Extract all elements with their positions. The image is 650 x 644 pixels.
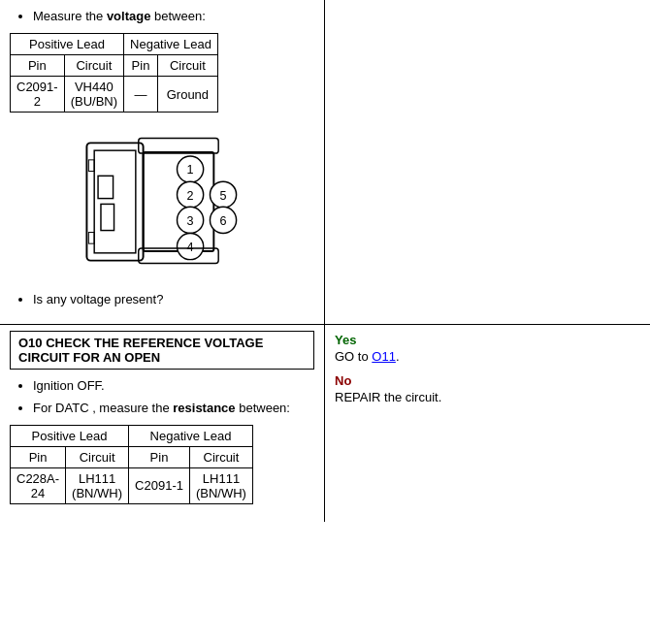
svg-rect-0 [86,144,143,261]
pos-lead-header-2: Positive Lead [11,425,129,446]
instruction-datc: For DATC , measure the resistance betwee… [33,400,314,417]
svg-text:5: 5 [220,189,227,203]
bottom-pos-pin: C228A-24 [11,467,66,503]
voltage-instruction: Measure the voltage between: [33,8,314,25]
instruction-ignition: Ignition OFF. [33,377,314,395]
no-block: No REPAIR the circuit. [335,373,640,404]
pin-col-b2: Pin [129,446,190,467]
svg-text:6: 6 [220,214,227,228]
svg-text:2: 2 [187,189,194,203]
yes-block: Yes GO to O11. [335,333,640,364]
bottom-left-panel: O10 CHECK THE REFERENCE VOLTAGE CIRCUIT … [0,324,325,521]
pin-col-header-1: Pin [11,55,65,77]
bottom-neg-circuit: LH111(BN/WH) [189,467,252,503]
no-response: REPAIR the circuit. [335,390,640,404]
bottom-right-panel: Yes GO to O11. No REPAIR the circuit. [325,324,650,521]
bottom-instructions: Ignition OFF. For DATC , measure the res… [10,377,314,416]
bottom-pos-circuit: LH111(BN/WH) [66,467,129,503]
neg-pin-1: — [124,77,158,113]
svg-rect-3 [88,233,94,244]
pin-col-b1: Pin [11,446,66,467]
connector-svg: 1 2 3 4 5 6 [75,124,249,279]
pin-col-header-2: Pin [124,55,158,77]
pos-circuit-1: VH440(BU/BN) [64,77,123,113]
svg-text:3: 3 [187,214,194,228]
o11-link[interactable]: O11 [372,349,396,364]
circuit-col-header-1: Circuit [64,55,123,77]
svg-rect-1 [94,150,136,253]
top-section: Measure the voltage between: Positive Le… [0,0,650,324]
svg-text:4: 4 [187,241,194,254]
svg-rect-19 [139,139,218,154]
top-right-panel [325,0,650,324]
voltage-table: Positive Lead Negative Lead Pin Circuit … [10,33,218,113]
voltage-question-text: Is any voltage present? [33,291,314,308]
svg-rect-5 [101,205,114,231]
circuit-col-b1: Circuit [66,446,129,467]
top-left-panel: Measure the voltage between: Positive Le… [0,0,325,324]
circuit-col-header-2: Circuit [157,55,217,77]
bottom-neg-pin: C2091-1 [129,467,190,503]
voltage-question: Is any voltage present? [10,291,314,308]
circuit-col-b2: Circuit [189,446,252,467]
neg-circuit-1: Ground [157,77,217,113]
svg-text:1: 1 [187,164,194,177]
svg-rect-2 [88,160,94,172]
connector-diagram: 1 2 3 4 5 6 [10,124,314,279]
negative-lead-header: Negative Lead [124,34,218,55]
bottom-section: O10 CHECK THE REFERENCE VOLTAGE CIRCUIT … [0,324,650,521]
voltage-intro: Measure the voltage between: [10,8,314,25]
svg-rect-4 [98,177,114,199]
section-header: O10 CHECK THE REFERENCE VOLTAGE CIRCUIT … [10,331,314,370]
yes-label: Yes [335,333,640,347]
positive-lead-header: Positive Lead [11,34,124,55]
resistance-table: Positive Lead Negative Lead Pin Circuit … [10,425,253,504]
neg-lead-header-2: Negative Lead [129,425,253,446]
pos-pin-1: C2091-2 [11,77,65,113]
section-title: O10 CHECK THE REFERENCE VOLTAGE CIRCUIT … [18,336,306,365]
yes-response: GO to O11. [335,349,640,364]
no-label: No [335,373,640,388]
